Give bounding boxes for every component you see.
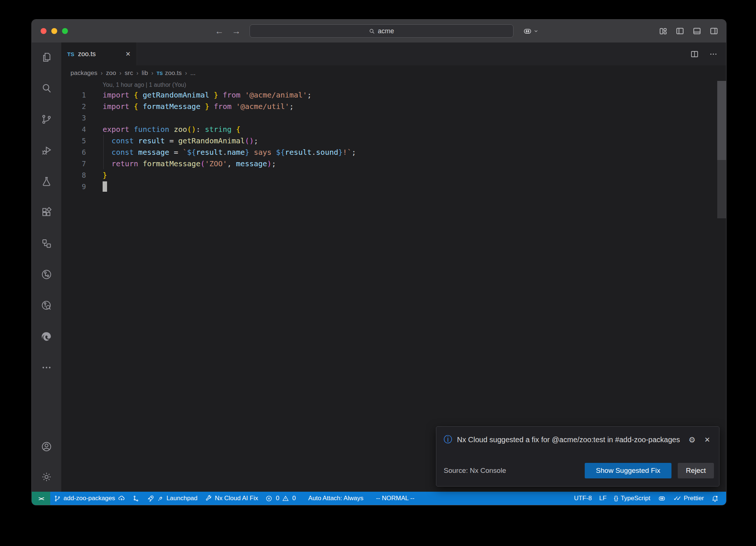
warning-count: 0 xyxy=(292,495,296,502)
source-control-icon[interactable] xyxy=(41,113,52,125)
line-number: 9 xyxy=(61,182,103,191)
vim-mode-status-item[interactable]: -- NORMAL -- xyxy=(372,492,418,505)
testing-icon[interactable] xyxy=(41,175,52,187)
code-line[interactable]: 8} xyxy=(61,169,726,181)
extensions-icon[interactable] xyxy=(41,207,52,218)
remote-indicator[interactable]: >< xyxy=(32,492,50,505)
status-bar: >< add-zoo-packages Launchpad Nx Cloud A… xyxy=(32,492,726,505)
settings-gear-icon[interactable] xyxy=(41,471,52,483)
commit-graph-icon[interactable] xyxy=(41,269,52,280)
formatter-status-item[interactable]: ✓✓ Prettier xyxy=(670,492,708,505)
line-number: 4 xyxy=(61,125,103,133)
encoding-status-item[interactable]: UTF-8 xyxy=(570,492,595,505)
line-number: 6 xyxy=(61,148,103,156)
breadcrumb-separator: › xyxy=(151,70,153,76)
scrollbar[interactable] xyxy=(717,81,726,160)
ts-file-icon: TS xyxy=(157,71,163,76)
editor-actions-more-icon[interactable] xyxy=(709,50,718,59)
notifications-status-item[interactable] xyxy=(708,492,722,505)
language-status-item[interactable]: {} TypeScript xyxy=(610,492,654,505)
close-icon[interactable]: ✕ xyxy=(704,436,710,444)
code-line[interactable]: 1import { getRandomAnimal } from '@acme/… xyxy=(61,89,726,100)
auto-attach-status-item[interactable]: Auto Attach: Always xyxy=(305,492,367,505)
graph-status-item[interactable] xyxy=(129,492,143,505)
toggle-panel-icon[interactable] xyxy=(692,26,702,36)
breadcrumb-item[interactable]: lib xyxy=(142,69,148,77)
gear-icon[interactable]: ⚙ xyxy=(688,436,695,444)
account-icon[interactable] xyxy=(41,441,52,453)
forward-arrow[interactable]: → xyxy=(232,26,241,36)
formatter-label: Prettier xyxy=(684,495,704,502)
breadcrumb-separator: › xyxy=(137,70,138,76)
bell-icon xyxy=(711,495,719,502)
cloud-upload-icon xyxy=(118,495,125,502)
show-suggested-fix-button[interactable]: Show Suggested Fix xyxy=(585,463,671,478)
split-editor-icon[interactable] xyxy=(690,50,699,59)
toggle-primary-sidebar-icon[interactable] xyxy=(675,26,685,36)
code-line-content: const result = getRandomAnimal(); xyxy=(103,136,258,145)
code-line-content: return formatMessage('ZOO', message); xyxy=(103,159,276,168)
braces-icon: {} xyxy=(614,495,618,502)
command-center-search[interactable]: acme xyxy=(250,24,513,38)
error-icon xyxy=(265,495,272,502)
code-line[interactable]: 7 return formatMessage('ZOO', message); xyxy=(61,158,726,169)
breadcrumb-separator: › xyxy=(120,70,121,76)
code-line-content: export function zoo(): string { xyxy=(103,125,240,134)
graph-search-icon[interactable] xyxy=(41,300,52,311)
notification-source: Source: Nx Console xyxy=(444,467,506,475)
plug-icon xyxy=(157,495,164,502)
breadcrumb-item[interactable]: src xyxy=(125,69,133,77)
toggle-secondary-sidebar-icon[interactable] xyxy=(709,26,719,36)
branch-status-item[interactable]: add-zoo-packages xyxy=(50,492,129,505)
eol-status-item[interactable]: LF xyxy=(595,492,610,505)
code-line[interactable]: 6 const message = `${result.name} says $… xyxy=(61,146,726,158)
breadcrumb-item[interactable]: packages xyxy=(71,69,97,77)
window-controls xyxy=(41,28,68,34)
run-debug-icon[interactable] xyxy=(41,144,52,156)
error-count: 0 xyxy=(276,495,279,502)
encoding-label: UTF-8 xyxy=(574,495,592,502)
copilot-status-item[interactable] xyxy=(654,492,670,505)
branch-name: add-zoo-packages xyxy=(63,495,115,502)
code-line-content: import { getRandomAnimal } from '@acme/a… xyxy=(103,91,312,99)
copilot-icon[interactable] xyxy=(523,26,532,36)
breadcrumb-item[interactable]: zoo xyxy=(106,69,116,77)
wrench-icon xyxy=(205,495,212,502)
breadcrumb-more[interactable]: ... xyxy=(190,69,196,77)
back-arrow[interactable]: ← xyxy=(215,26,224,36)
hierarchy-icon[interactable] xyxy=(41,238,52,249)
explorer-icon[interactable] xyxy=(41,51,52,63)
close-icon[interactable]: ✕ xyxy=(126,50,131,58)
code-lines: 1import { getRandomAnimal } from '@acme/… xyxy=(61,89,726,192)
indent-guide xyxy=(103,135,104,169)
code-line[interactable]: 9 xyxy=(61,181,726,192)
code-line[interactable]: 4export function zoo(): string { xyxy=(61,123,726,135)
line-number: 1 xyxy=(61,91,103,99)
git-branch-icon xyxy=(54,495,61,502)
gitlens-blame: You, 1 hour ago | 1 author (You) xyxy=(61,81,726,89)
remote-icon: >< xyxy=(38,495,44,502)
nx-cloud-fix-status-item[interactable]: Nx Cloud AI Fix xyxy=(201,492,262,505)
traffic-light-close[interactable] xyxy=(41,28,47,34)
tab-zoo-ts[interactable]: TS zoo.ts ✕ xyxy=(61,42,137,65)
code-line-content xyxy=(103,181,107,192)
breadcrumb-file[interactable]: zoo.ts xyxy=(165,69,182,77)
breadcrumb-separator: › xyxy=(185,70,187,76)
tab-title: zoo.ts xyxy=(78,50,96,58)
code-line[interactable]: 3 xyxy=(61,112,726,123)
more-views-icon[interactable] xyxy=(41,362,52,373)
customize-layout-icon[interactable] xyxy=(658,26,668,36)
line-number: 5 xyxy=(61,137,103,145)
traffic-light-maximize[interactable] xyxy=(62,28,68,34)
language-label: TypeScript xyxy=(621,495,650,502)
problems-status-item[interactable]: 0 0 xyxy=(262,492,299,505)
scrollbar-track[interactable] xyxy=(717,160,726,218)
reject-button[interactable]: Reject xyxy=(678,463,714,478)
edge-icon[interactable] xyxy=(41,331,52,342)
code-line[interactable]: 5 const result = getRandomAnimal(); xyxy=(61,135,726,146)
code-line[interactable]: 2import { formatMessage } from '@acme/ut… xyxy=(61,100,726,112)
search-view-icon[interactable] xyxy=(41,82,52,94)
traffic-light-minimize[interactable] xyxy=(51,28,57,34)
copilot-icon xyxy=(658,494,666,502)
launchpad-status-item[interactable]: Launchpad xyxy=(143,492,201,505)
